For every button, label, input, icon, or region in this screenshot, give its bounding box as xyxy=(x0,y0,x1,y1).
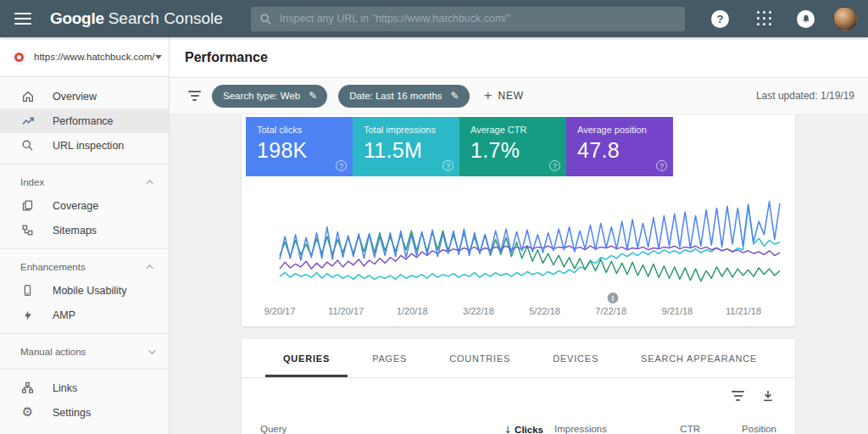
page-title: Performance xyxy=(185,50,268,65)
lightning-bolt-icon xyxy=(20,308,35,322)
app-logo: GoogleSearch Console xyxy=(50,9,223,28)
property-url: https://www.hatchbuck.com/ xyxy=(34,52,155,62)
menu-icon[interactable] xyxy=(14,13,31,25)
divider xyxy=(0,369,169,370)
trending-up-icon xyxy=(20,114,35,128)
sort-descending-icon: ↓ xyxy=(504,424,512,434)
x-tick-label: 9/20/17 xyxy=(264,306,296,316)
property-selector[interactable]: https://www.hatchbuck.com/ xyxy=(0,37,169,77)
sidebar: https://www.hatchbuck.com/ Overview Perf… xyxy=(0,37,170,434)
main-content: Performance Search type: Web ✎ Date: Las… xyxy=(170,37,868,434)
metric-cards: Total clicks 198K ? Total impressions 11… xyxy=(242,114,795,176)
dimension-tabs: QUERIES PAGES COUNTRIES DEVICES SEARCH A… xyxy=(242,339,795,378)
sidebar-item-settings[interactable]: ⚙ Settings xyxy=(0,400,169,425)
help-badge-icon[interactable]: ? xyxy=(336,160,347,171)
divider xyxy=(0,248,169,249)
tab-pages[interactable]: PAGES xyxy=(351,339,428,377)
apps-grid-icon[interactable] xyxy=(757,11,772,26)
account-avatar[interactable] xyxy=(833,7,857,31)
help-badge-icon[interactable]: ? xyxy=(442,160,453,171)
chart-x-axis: ! 9/20/1711/20/171/20/183/22/185/22/187/… xyxy=(242,296,795,326)
tab-devices[interactable]: DEVICES xyxy=(531,339,620,377)
gear-icon: ⚙ xyxy=(20,405,35,420)
sidebar-item-performance[interactable]: Performance xyxy=(0,108,169,133)
home-icon xyxy=(20,89,35,103)
edit-pencil-icon[interactable]: ✎ xyxy=(451,90,459,102)
page-header: Performance xyxy=(170,37,868,78)
sidebar-section-index[interactable]: Index xyxy=(0,170,169,193)
divider xyxy=(0,333,169,334)
sitemap-icon xyxy=(20,223,35,237)
date-range-chip[interactable]: Date: Last 16 months ✎ xyxy=(338,85,469,108)
top-app-bar: GoogleSearch Console ? xyxy=(0,0,868,37)
chart-annotation-marker[interactable]: ! xyxy=(607,292,618,303)
x-tick-label: 9/21/18 xyxy=(661,306,693,316)
sidebar-item-overview[interactable]: Overview xyxy=(0,84,169,108)
notifications-bell-icon[interactable] xyxy=(797,10,815,28)
content-area: Total clicks 198K ? Total impressions 11… xyxy=(170,114,868,434)
series-total-clicks xyxy=(280,202,780,260)
table-toolbar xyxy=(242,378,795,414)
x-tick-label: 11/20/17 xyxy=(328,306,364,316)
x-tick-label: 5/22/18 xyxy=(529,306,560,316)
average-position-card[interactable]: Average position 47.8 ? xyxy=(566,117,673,176)
new-filter-button[interactable]: + NEW xyxy=(484,87,524,104)
pages-icon xyxy=(20,198,35,213)
search-input[interactable] xyxy=(280,13,676,25)
tab-search-appearance[interactable]: SEARCH APPEARANCE xyxy=(620,339,778,377)
sidebar-section-manual-actions[interactable]: Manual actions xyxy=(0,340,169,363)
sidebar-item-sitemaps[interactable]: Sitemaps xyxy=(0,218,169,242)
topbar-actions: ? xyxy=(711,7,857,31)
total-impressions-card[interactable]: Total impressions 11.5M ? xyxy=(353,117,459,176)
performance-panel: Total clicks 198K ? Total impressions 11… xyxy=(242,114,795,326)
sidebar-item-mobile-usability[interactable]: Mobile Usability xyxy=(0,278,169,303)
search-type-chip[interactable]: Search type: Web ✎ xyxy=(212,85,327,108)
column-ctr[interactable]: CTR xyxy=(607,424,700,434)
sidebar-nav: Overview Performance URL inspection Inde… xyxy=(0,77,169,434)
org-tree-icon xyxy=(20,381,35,395)
column-position[interactable]: Position xyxy=(700,424,776,434)
help-badge-icon[interactable]: ? xyxy=(549,160,560,171)
column-impressions[interactable]: Impressions xyxy=(543,424,607,434)
last-updated-text: Last updated: 1/19/19 xyxy=(756,90,854,102)
help-icon[interactable]: ? xyxy=(711,10,729,28)
chevron-down-icon xyxy=(155,55,162,59)
search-icon xyxy=(259,13,272,25)
property-favicon-icon xyxy=(14,50,25,64)
sidebar-item-amp[interactable]: AMP xyxy=(0,303,169,327)
performance-chart[interactable] xyxy=(242,190,795,296)
table-header-row: Query ↓Clicks Impressions CTR Position xyxy=(242,414,795,434)
url-inspection-searchbox[interactable] xyxy=(251,7,685,31)
plus-icon: + xyxy=(484,87,492,104)
column-query[interactable]: Query xyxy=(260,424,476,434)
sidebar-item-url-inspection[interactable]: URL inspection xyxy=(0,133,169,158)
logo-product: Search Console xyxy=(108,9,223,27)
dimensions-panel: QUERIES PAGES COUNTRIES DEVICES SEARCH A… xyxy=(242,339,795,434)
x-tick-label: 1/20/18 xyxy=(397,306,428,316)
help-badge-icon[interactable]: ? xyxy=(656,160,667,171)
edit-pencil-icon[interactable]: ✎ xyxy=(309,90,317,102)
download-icon[interactable] xyxy=(761,389,775,403)
tab-countries[interactable]: COUNTRIES xyxy=(428,339,531,377)
magnifier-icon xyxy=(20,138,35,153)
x-tick-label: 3/22/18 xyxy=(463,306,494,316)
tab-queries[interactable]: QUERIES xyxy=(262,339,351,377)
total-clicks-card[interactable]: Total clicks 198K ? xyxy=(246,117,353,176)
sidebar-item-coverage[interactable]: Coverage xyxy=(0,193,169,218)
column-clicks[interactable]: ↓Clicks xyxy=(476,424,543,434)
smartphone-icon xyxy=(20,283,35,298)
sidebar-section-enhancements[interactable]: Enhancements xyxy=(0,255,169,278)
average-ctr-card[interactable]: Average CTR 1.7% ? xyxy=(459,117,566,176)
time-series-chart[interactable]: ! 9/20/1711/20/171/20/183/22/185/22/187/… xyxy=(242,190,795,326)
filter-list-icon[interactable] xyxy=(188,91,201,101)
sidebar-item-links[interactable]: Links xyxy=(0,376,169,400)
chevron-down-icon xyxy=(148,347,155,353)
table-filter-icon[interactable] xyxy=(732,391,744,401)
logo-brand: Google xyxy=(50,9,104,27)
filter-bar: Search type: Web ✎ Date: Last 16 months … xyxy=(170,78,868,114)
x-tick-label: 7/22/18 xyxy=(595,306,626,316)
divider xyxy=(0,164,169,164)
x-tick-label: 11/21/18 xyxy=(726,306,761,316)
